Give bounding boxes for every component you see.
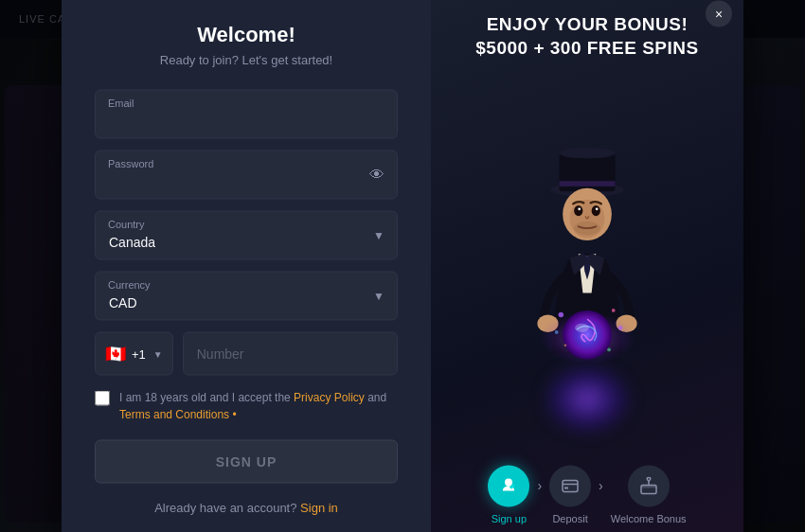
bonus-line1: ENJOY YOUR BONUS! bbox=[475, 13, 698, 37]
svg-point-20 bbox=[564, 344, 567, 346]
country-group: Country Canada ▼ bbox=[95, 211, 398, 260]
step-bonus-icon bbox=[628, 466, 670, 507]
svg-point-16 bbox=[559, 311, 564, 317]
svg-point-10 bbox=[574, 221, 600, 235]
canada-flag-icon: 🇨🇦 bbox=[105, 344, 126, 364]
step-bonus-label: Welcome Bonus bbox=[611, 513, 687, 524]
svg-point-7 bbox=[592, 205, 600, 216]
step-bonus: Welcome Bonus bbox=[611, 466, 687, 524]
terms-conditions-link[interactable]: Terms and Conditions • bbox=[119, 408, 237, 421]
terms-label: I am 18 years old and I accept the Priva… bbox=[119, 389, 386, 423]
phone-code-selector[interactable]: 🇨🇦 +1 ▼ bbox=[95, 332, 173, 376]
close-button[interactable]: × bbox=[706, 1, 732, 27]
signin-row: Already have an account? Sign in bbox=[95, 501, 398, 515]
phone-row: 🇨🇦 +1 ▼ bbox=[95, 332, 398, 376]
svg-point-2 bbox=[559, 148, 615, 158]
checkbox-and: and bbox=[365, 391, 386, 404]
phone-chevron-icon: ▼ bbox=[153, 348, 163, 359]
magician-svg bbox=[483, 144, 691, 371]
svg-rect-3 bbox=[559, 181, 615, 186]
registration-modal: × Welcome! Ready to join? Let's get star… bbox=[62, 0, 743, 532]
step-signup: Sign up bbox=[488, 466, 529, 524]
checkbox-text: I am 18 years old and I accept the bbox=[119, 391, 294, 404]
phone-code: +1 bbox=[132, 346, 146, 361]
eye-icon[interactable]: 👁 bbox=[369, 167, 385, 184]
phone-number-input[interactable] bbox=[183, 332, 398, 376]
privacy-policy-link[interactable]: Privacy Policy bbox=[294, 391, 365, 404]
step-arrow-1: › bbox=[537, 478, 542, 493]
svg-point-8 bbox=[578, 207, 581, 210]
step-deposit-icon bbox=[549, 466, 591, 507]
svg-rect-23 bbox=[564, 488, 568, 489]
svg-rect-22 bbox=[563, 481, 578, 492]
modal-title: Welcome! bbox=[95, 23, 398, 47]
country-select[interactable]: Canada bbox=[95, 211, 398, 260]
step-arrow-2: › bbox=[599, 478, 603, 493]
signin-link[interactable]: Sign in bbox=[300, 501, 338, 515]
svg-point-19 bbox=[618, 326, 623, 330]
svg-point-21 bbox=[607, 347, 611, 351]
terms-checkbox[interactable] bbox=[95, 391, 110, 406]
currency-select[interactable]: CAD bbox=[95, 272, 398, 321]
svg-point-6 bbox=[574, 205, 582, 216]
email-group: Email bbox=[95, 90, 398, 139]
step-signup-icon bbox=[488, 466, 529, 507]
modal-left-panel: Welcome! Ready to join? Let's get starte… bbox=[62, 0, 431, 532]
password-input[interactable] bbox=[95, 151, 398, 200]
orb-glow bbox=[540, 362, 635, 437]
currency-group: Currency CAD ▼ bbox=[95, 272, 398, 321]
terms-checkbox-row: I am 18 years old and I accept the Priva… bbox=[95, 389, 398, 423]
bonus-title: ENJOY YOUR BONUS! $5000 + 300 FREE SPINS bbox=[475, 13, 698, 60]
email-input[interactable] bbox=[95, 90, 398, 139]
password-group: Password 👁 bbox=[95, 151, 398, 200]
modal-subtitle: Ready to join? Let's get started! bbox=[95, 53, 398, 67]
svg-point-18 bbox=[555, 330, 559, 334]
svg-point-17 bbox=[612, 309, 616, 312]
svg-point-14 bbox=[563, 310, 612, 360]
svg-point-9 bbox=[596, 207, 599, 210]
svg-point-15 bbox=[575, 323, 589, 331]
already-have-account-text: Already have an account? bbox=[154, 501, 296, 515]
step-deposit: Deposit bbox=[549, 466, 591, 524]
step-signup-label: Sign up bbox=[492, 513, 527, 524]
modal-right-panel: ENJOY YOUR BONUS! $5000 + 300 FREE SPINS bbox=[431, 0, 743, 532]
steps-row: Sign up › Deposit › bbox=[488, 466, 686, 524]
magician-illustration bbox=[450, 60, 724, 456]
bonus-line2: $5000 + 300 FREE SPINS bbox=[475, 36, 698, 60]
signup-button[interactable]: SIGN UP bbox=[95, 440, 398, 484]
step-deposit-label: Deposit bbox=[552, 513, 587, 524]
